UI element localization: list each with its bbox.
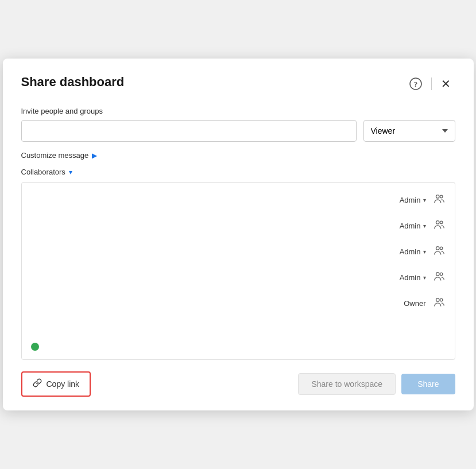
customize-message-toggle[interactable]: Customize message ▶ bbox=[21, 151, 455, 160]
people-icon-3 bbox=[433, 245, 446, 259]
role-dropdown-arrow-3: ▾ bbox=[423, 249, 426, 255]
share-workspace-button[interactable]: Share to workspace bbox=[298, 373, 396, 395]
table-row: Owner bbox=[22, 290, 455, 316]
modal-header-actions: ? ✕ bbox=[405, 75, 455, 93]
role-label-5: Owner bbox=[404, 299, 425, 308]
table-row: Admin ▾ bbox=[22, 239, 455, 265]
help-button[interactable]: ? bbox=[405, 75, 427, 92]
collaborators-list: Admin ▾ Admin ▾ bbox=[21, 182, 455, 360]
svg-point-8 bbox=[436, 273, 439, 276]
role-label-3: Admin bbox=[400, 247, 421, 256]
role-label-4: Admin bbox=[400, 273, 421, 282]
copy-link-label: Copy link bbox=[47, 379, 80, 389]
invite-input[interactable] bbox=[21, 120, 357, 142]
svg-point-4 bbox=[436, 221, 439, 224]
svg-point-11 bbox=[440, 299, 443, 301]
collab-role-2[interactable]: Admin ▾ bbox=[400, 222, 426, 230]
table-row: Admin ▾ bbox=[22, 265, 455, 290]
svg-point-9 bbox=[440, 273, 443, 276]
svg-point-10 bbox=[436, 299, 439, 302]
invite-label: Invite people and groups bbox=[21, 107, 455, 115]
invite-row: Viewer Editor Admin Owner bbox=[21, 120, 455, 142]
svg-text:?: ? bbox=[413, 80, 417, 88]
role-select[interactable]: Viewer Editor Admin Owner bbox=[363, 120, 455, 142]
share-button[interactable]: Share bbox=[401, 374, 455, 394]
invite-section: Invite people and groups Viewer Editor A… bbox=[21, 107, 455, 142]
people-icon-4 bbox=[433, 270, 446, 285]
collaborators-toggle[interactable]: Collaborators ▾ bbox=[21, 168, 455, 176]
people-icon-1 bbox=[433, 193, 446, 207]
role-label-1: Admin bbox=[400, 196, 421, 204]
status-indicator bbox=[31, 343, 39, 351]
role-dropdown-arrow-1: ▾ bbox=[423, 197, 426, 203]
svg-point-3 bbox=[440, 195, 443, 198]
svg-point-2 bbox=[436, 195, 439, 199]
collab-role-4[interactable]: Admin ▾ bbox=[400, 273, 426, 282]
role-dropdown-arrow-4: ▾ bbox=[423, 274, 426, 281]
table-row: Admin ▾ bbox=[22, 213, 455, 239]
people-icon-2 bbox=[433, 219, 446, 233]
modal-header: Share dashboard ? ✕ bbox=[21, 75, 455, 93]
footer-right: Share to workspace Share bbox=[298, 373, 455, 395]
modal-title: Share dashboard bbox=[21, 75, 125, 90]
svg-point-6 bbox=[436, 247, 439, 250]
people-icon-5 bbox=[433, 296, 446, 311]
table-row: Admin ▾ bbox=[22, 187, 455, 213]
close-button[interactable]: ✕ bbox=[436, 75, 455, 93]
svg-point-5 bbox=[440, 221, 443, 224]
chevron-down-icon: ▾ bbox=[69, 168, 72, 176]
header-divider bbox=[431, 77, 432, 90]
link-icon bbox=[33, 378, 42, 390]
copy-link-button[interactable]: Copy link bbox=[21, 371, 91, 397]
svg-point-7 bbox=[440, 247, 443, 250]
collab-role-5: Owner bbox=[404, 299, 425, 308]
help-icon: ? bbox=[409, 77, 422, 90]
modal-overlay: Share dashboard ? ✕ Invite people and gr… bbox=[0, 0, 476, 469]
collab-role-1[interactable]: Admin ▾ bbox=[400, 196, 426, 204]
role-dropdown-arrow-2: ▾ bbox=[423, 223, 426, 229]
collaborators-label-text: Collaborators bbox=[21, 168, 65, 176]
footer-row: Copy link Share to workspace Share bbox=[21, 371, 455, 397]
share-dashboard-modal: Share dashboard ? ✕ Invite people and gr… bbox=[3, 59, 474, 410]
customize-message-label: Customize message bbox=[21, 151, 89, 160]
chevron-right-icon: ▶ bbox=[92, 152, 97, 160]
role-label-2: Admin bbox=[400, 222, 421, 230]
collab-role-3[interactable]: Admin ▾ bbox=[400, 247, 426, 256]
